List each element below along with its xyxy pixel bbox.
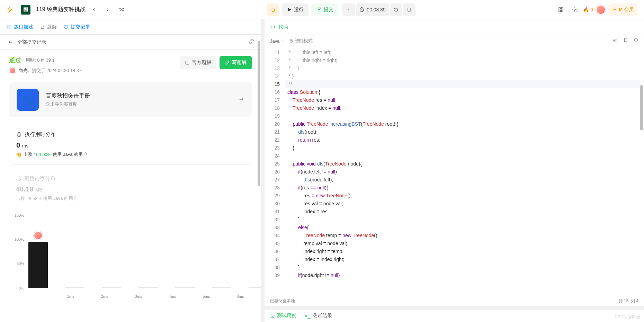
tab-submissions[interactable]: 提交记录 bbox=[64, 24, 90, 30]
submitted-at: 提交于 2024.02.20 14:37 bbox=[32, 68, 82, 74]
status-time: 用时: 8 m 39 s bbox=[26, 57, 54, 63]
right-panel: 代码 Java 智能模式 111213141516171819202122232… bbox=[265, 19, 644, 322]
problem-title: 119 经典题变种挑战 bbox=[36, 6, 86, 13]
next-problem-button[interactable] bbox=[102, 4, 113, 15]
user-avatar[interactable] bbox=[596, 5, 606, 15]
svg-rect-12 bbox=[290, 41, 293, 42]
timer-display[interactable]: 00:08:39 bbox=[356, 3, 389, 16]
plus-member-button[interactable]: Plus 会员 bbox=[608, 3, 638, 16]
timer-group: 00:08:39 bbox=[342, 3, 415, 16]
svg-rect-11 bbox=[17, 177, 20, 180]
timer-reset-button[interactable] bbox=[390, 3, 402, 16]
svg-rect-2 bbox=[408, 8, 411, 11]
arrow-right-icon bbox=[238, 96, 244, 104]
svg-rect-13 bbox=[271, 314, 274, 317]
shuffle-button[interactable] bbox=[116, 4, 127, 15]
runtime-chart: 150% 100% 50% 0% 1ms2ms3ms4ms5ms8ms bbox=[9, 215, 252, 298]
promo-title: 百度秋招突击手册 bbox=[46, 92, 90, 100]
back-button[interactable] bbox=[7, 37, 14, 48]
leetcode-logo[interactable] bbox=[6, 6, 14, 14]
debug-button[interactable] bbox=[267, 3, 279, 16]
status-text: 通过 bbox=[9, 56, 21, 64]
promo-sub: 众里寻你签百度 bbox=[46, 101, 90, 107]
prev-problem-button[interactable] bbox=[88, 4, 99, 15]
smart-mode[interactable]: 智能模式 bbox=[289, 38, 313, 44]
saved-status: 已存储至本地 bbox=[270, 298, 295, 304]
editor-footer: 已存储至本地 行 15, 列 4 bbox=[265, 296, 644, 306]
promo-card[interactable]: 🐾 百度秋招突击手册 众里寻你签百度 bbox=[9, 82, 252, 117]
topbar: 📊 119 经典题变种挑战 运行 提交 00:08:39 🔥6 Plus 会员 bbox=[0, 0, 644, 19]
author-name: 向光. bbox=[19, 68, 29, 74]
sub-header-title: 全部提交记录 bbox=[17, 39, 46, 45]
language-selector[interactable]: Java bbox=[270, 38, 284, 44]
layout-button[interactable] bbox=[555, 4, 566, 15]
test-cases-tab[interactable]: 测试用例 bbox=[270, 313, 296, 319]
tab-description[interactable]: 题目描述 bbox=[7, 24, 33, 30]
editor-scrollbar[interactable] bbox=[640, 85, 643, 130]
official-solution-button[interactable]: 官方题解 bbox=[180, 56, 216, 69]
scrollbar[interactable] bbox=[258, 41, 260, 186]
runtime-header: 执行用时分布 bbox=[16, 131, 245, 138]
settings-button[interactable] bbox=[569, 4, 580, 15]
memory-beat: 击败 28.58% 使用 Java 的用户 bbox=[16, 195, 245, 202]
main: 题目描述 题解 提交记录 全部提交记录 通过 用时: 8 m 39 s 向光. … bbox=[0, 19, 644, 322]
sub-header: 全部提交记录 bbox=[0, 35, 261, 50]
lang-bar: Java 智能模式 bbox=[265, 35, 644, 47]
left-panel: 题目描述 题解 提交记录 全部提交记录 通过 用时: 8 m 39 s 向光. … bbox=[0, 19, 265, 322]
streak-count[interactable]: 🔥6 bbox=[583, 7, 593, 12]
author-avatar bbox=[9, 67, 16, 74]
memory-value: 40.19 MB bbox=[16, 185, 245, 193]
svg-rect-4 bbox=[561, 8, 563, 9]
tabs: 题目描述 题解 提交记录 bbox=[0, 19, 261, 35]
code-editor[interactable]: 1112131415161718192021222324252627282930… bbox=[265, 47, 644, 296]
x-axis: 1ms2ms3ms4ms5ms8ms bbox=[28, 294, 249, 298]
run-button[interactable]: 运行 bbox=[282, 3, 308, 16]
timer-prev-button[interactable] bbox=[342, 3, 355, 16]
write-solution-button[interactable]: 写题解 bbox=[220, 56, 252, 69]
y-axis: 150% 100% 50% 0% bbox=[9, 215, 26, 288]
svg-rect-3 bbox=[559, 8, 561, 9]
cursor-position: 行 15, 列 4 bbox=[619, 298, 638, 304]
memory-card: 消耗内存分布 40.19 MB 击败 28.58% 使用 Java 的用户 bbox=[9, 172, 252, 208]
submit-button[interactable]: 提交 bbox=[311, 3, 338, 16]
svg-rect-6 bbox=[561, 10, 563, 12]
runtime-beat: 👏击败 100.00% 使用 Java 的用户 bbox=[16, 151, 245, 158]
reset-icon[interactable] bbox=[634, 38, 638, 44]
runtime-value: 0 ms bbox=[16, 141, 245, 149]
memory-header: 消耗内存分布 bbox=[16, 175, 245, 182]
watermark: CSDN @向光. bbox=[615, 314, 641, 320]
bookmark-icon[interactable] bbox=[623, 38, 628, 44]
test-bar: 测试用例 >_测试结果 bbox=[265, 306, 644, 322]
promo-icon: 🐾 bbox=[17, 89, 39, 111]
test-results-tab[interactable]: >_测试结果 bbox=[305, 313, 332, 319]
left-body: 通过 用时: 8 m 39 s 向光. 提交于 2024.02.20 14:37… bbox=[0, 50, 261, 322]
action-buttons: 官方题解 写题解 bbox=[180, 56, 252, 69]
editor-tools bbox=[612, 38, 638, 44]
svg-point-7 bbox=[574, 9, 575, 10]
problem-icon: 📊 bbox=[21, 5, 30, 15]
code-header: 代码 bbox=[265, 19, 644, 35]
link-icon[interactable] bbox=[249, 39, 254, 45]
chart-bars bbox=[28, 215, 249, 288]
runtime-card: 执行用时分布 0 ms 👏击败 100.00% 使用 Java 的用户 bbox=[9, 124, 252, 165]
format-icon[interactable] bbox=[612, 38, 618, 44]
svg-rect-5 bbox=[559, 10, 561, 12]
tab-solution[interactable]: 题解 bbox=[40, 24, 57, 30]
notes-button[interactable] bbox=[403, 3, 415, 16]
